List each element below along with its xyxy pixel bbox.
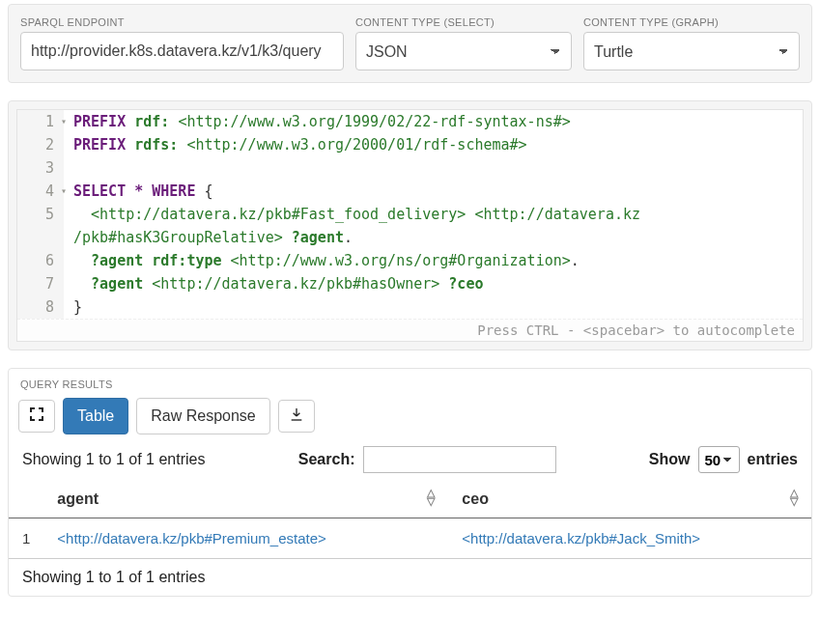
ceo-link[interactable]: <http://datavera.kz/pkb#Jack_Smith> [462,530,700,546]
results-table: agent△▽ ceo△▽ 1 <http://datavera.kz/pkb#… [9,481,811,559]
tab-raw-response[interactable]: Raw Response [136,398,270,434]
endpoint-label: SPARQL ENDPOINT [20,16,344,28]
results-info-bottom: Showing 1 to 1 of 1 entries [9,559,811,596]
download-button[interactable] [278,400,315,433]
content-type-graph-label: CONTENT TYPE (GRAPH) [583,16,800,28]
results-info-top: Showing 1 to 1 of 1 entries [22,451,205,468]
sort-icon: △▽ [790,489,798,506]
tab-table[interactable]: Table [63,398,128,434]
query-editor[interactable]: 1PREFIX rdf: <http://www.w3.org/1999/02/… [16,109,804,342]
results-panel: QUERY RESULTS Table Raw Response Showing… [8,368,812,597]
column-ceo[interactable]: ceo△▽ [448,481,811,518]
config-panel: SPARQL ENDPOINT CONTENT TYPE (SELECT) JS… [8,4,812,83]
endpoint-input[interactable] [20,32,344,70]
entries-label: entries [748,451,798,468]
results-fullscreen-button[interactable] [18,400,55,433]
search-input[interactable] [363,446,556,473]
content-type-graph-dropdown[interactable]: Turtle [583,32,800,70]
content-type-select-dropdown[interactable]: JSON [355,32,572,70]
agent-link[interactable]: <http://datavera.kz/pkb#Premium_estate> [57,530,326,546]
results-label: QUERY RESULTS [9,369,811,390]
content-type-select-label: CONTENT TYPE (SELECT) [355,16,572,28]
row-index: 1 [9,518,43,559]
search-label: Search: [298,451,355,468]
column-index [9,481,43,518]
query-editor-panel: 1PREFIX rdf: <http://www.w3.org/1999/02/… [8,100,812,350]
page-length-select[interactable]: 50 [698,446,740,473]
autocomplete-hint: Press CTRL - <spacebar> to autocomplete [17,319,803,341]
sort-icon: △▽ [427,489,435,506]
column-agent[interactable]: agent△▽ [43,481,448,518]
show-label: Show [649,451,691,468]
table-row: 1 <http://datavera.kz/pkb#Premium_estate… [9,518,811,559]
